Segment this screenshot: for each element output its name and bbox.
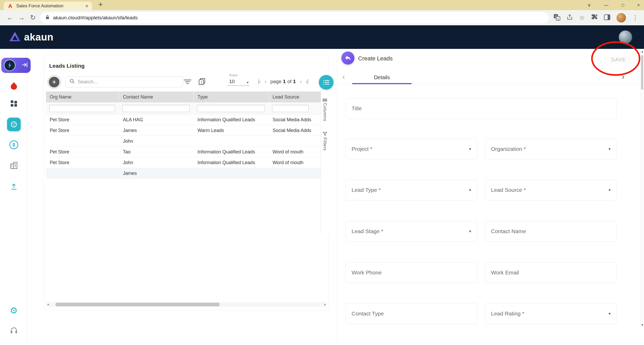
browser-profile-avatar[interactable] [617,13,626,22]
filters-funnel-icon[interactable] [323,132,327,137]
table-row[interactable]: James [46,168,321,179]
reload-button[interactable]: ↻ [27,14,39,22]
browser-menu-kebab-icon[interactable]: ⋮ [632,14,639,21]
last-page-button[interactable]: ›| [306,78,308,84]
contact-name-field[interactable]: Contact Name [485,221,617,242]
cell-org-name: Pet Store [46,125,119,136]
cell-org-name [46,136,119,147]
filter-input-org-name[interactable] [49,105,115,112]
new-tab-button[interactable]: + [98,0,103,9]
filters-rail-button[interactable]: Filters [323,137,327,151]
address-bar[interactable]: akaun.cloud/#/applets/akaun/sfa/leads [40,12,549,24]
scroll-up-icon[interactable]: ▲ [640,50,644,53]
extensions-puzzle-icon[interactable] [591,14,598,21]
horizontal-scroll-thumb[interactable] [55,303,220,306]
tabs-scroll-right-icon[interactable]: › [622,72,624,81]
lead-rating-label: Lead Rating * [491,310,524,317]
sidebar-item-finance[interactable]: $ [0,140,27,149]
back-button[interactable]: ← [4,14,16,22]
filter-lines-button[interactable] [184,79,191,85]
window-close-button[interactable]: × [637,3,640,8]
vertical-scrollbar[interactable]: ▲ ▼ [640,49,644,327]
columns-icon[interactable] [323,98,327,103]
add-lead-button[interactable]: + [47,75,61,89]
back-button-create[interactable] [341,51,354,65]
columns-rail-button[interactable]: Columns [323,103,327,121]
filter-input-lead-source[interactable] [272,105,309,112]
table-filter-row [46,102,321,114]
sidebar-item-organization[interactable] [0,162,27,169]
filter-input-type[interactable] [197,105,265,112]
svg-text:a: a [557,17,559,20]
column-header[interactable]: Lead Source [269,91,321,102]
side-panel-icon[interactable] [604,14,610,21]
scroll-down-icon[interactable]: ▼ [640,323,644,326]
work-email-field[interactable]: Work Email [485,262,617,283]
table-row[interactable]: Pet Store John Information Qualified Lea… [46,157,321,168]
table-row[interactable]: Pet Store Tao Information Qualified Lead… [46,147,321,157]
login-arrow-icon [22,62,28,69]
next-page-button[interactable]: › [300,78,302,84]
cell-contact-name: James [119,168,194,179]
cell-org-name [46,168,119,179]
rows-per-page-select[interactable]: Rows 10 ▾ [227,73,251,86]
upload-icon [10,182,18,190]
title-field[interactable]: Title [346,98,617,119]
bookmark-star-icon[interactable]: ☆ [579,14,585,21]
prev-page-button[interactable]: ‹ [265,78,266,84]
sidebar-item-support[interactable] [0,327,27,334]
project-select[interactable]: Project * ▾ [346,139,477,159]
create-tabs: ‹ Details › [337,71,644,84]
search-input[interactable] [78,79,179,85]
window-maximize-button[interactable]: □ [622,3,624,8]
duplicate-view-button[interactable]: 2 [198,78,206,85]
scroll-left-icon[interactable]: ◂ [47,302,49,307]
filter-input-contact-name[interactable] [122,105,190,112]
column-header[interactable]: Org Name [46,91,119,102]
lead-rating-select[interactable]: Lead Rating * ▾ [485,303,617,324]
sidebar-item-settings[interactable]: ⚙ [0,306,27,315]
cell-contact-name: James [119,125,194,136]
sidebar-item-contacts-active[interactable] [0,118,27,131]
work-email-label: Work Email [491,269,519,276]
rows-label: Rows [229,73,251,77]
work-phone-field[interactable]: Work Phone [346,262,477,283]
column-header[interactable]: Contact Name [119,91,194,102]
brand[interactable]: akaun [9,31,53,43]
column-header[interactable]: Type [194,91,269,102]
tab-details[interactable]: Details [352,71,412,84]
table-row[interactable]: Pet Store ALA HAG Information Qualified … [46,114,321,125]
browser-tab[interactable]: A Sales Force Automation × [4,2,92,10]
cell-contact-name: John [119,136,194,147]
first-page-button[interactable]: |‹ [258,78,261,84]
tab-title: Sales Force Automation [16,3,82,9]
lead-stage-select[interactable]: Lead Stage * ▾ [346,221,477,242]
share-icon[interactable] [567,14,573,21]
forward-button[interactable]: → [16,14,27,22]
cell-contact-name: Tao [119,147,194,157]
lead-type-select[interactable]: Lead Type * ▾ [346,180,477,200]
lead-source-select[interactable]: Lead Source * ▾ [485,180,617,200]
save-button[interactable]: SAVE [606,55,631,65]
active-tab-underline [352,83,412,84]
scroll-right-icon[interactable]: ▸ [324,302,326,307]
tabs-scroll-left-icon[interactable]: ‹ [342,73,345,81]
vertical-scroll-thumb[interactable] [641,55,643,90]
sidebar-item-red-applet[interactable] [0,82,27,90]
sidebar-item-upload[interactable] [0,182,27,190]
translate-icon[interactable]: Aa [553,14,560,22]
tab-close-icon[interactable]: × [85,3,88,9]
user-avatar[interactable] [618,30,632,44]
table-row[interactable]: John [46,136,321,147]
table-settings-button[interactable] [319,75,334,90]
tab-search-icon[interactable]: ∨ [587,2,591,8]
sidebar-item-dashboard[interactable] [0,100,27,107]
contact-type-field[interactable]: Contact Type [346,303,477,324]
organization-select[interactable]: Organization * ▾ [485,139,617,159]
sidebar-item-active-applet[interactable] [1,58,31,73]
red-applet-icon [10,82,18,90]
window-minimize-button[interactable]: — [604,3,608,8]
table-row[interactable]: Pet Store James Warm Leads Social Media … [46,125,321,136]
horizontal-scrollbar[interactable]: ◂ ▸ [46,302,327,307]
search-box[interactable] [65,76,183,87]
